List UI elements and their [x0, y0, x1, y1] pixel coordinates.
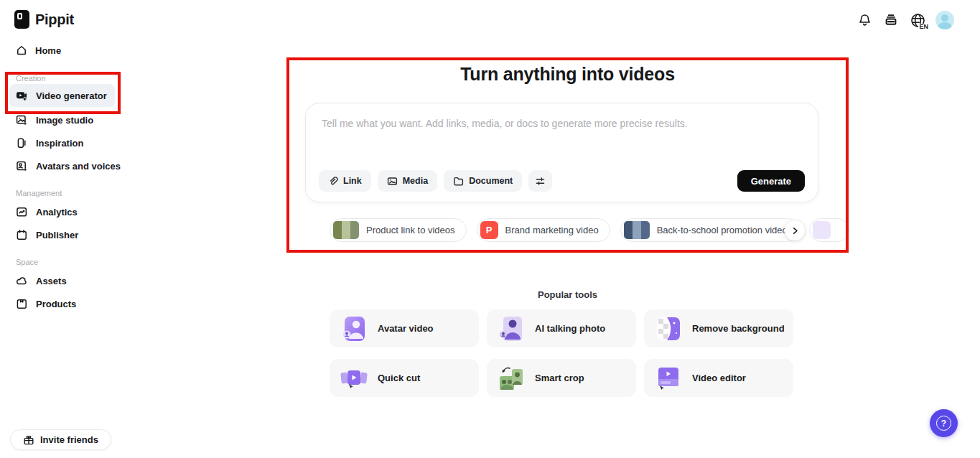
globe-icon[interactable]: EN — [909, 11, 926, 29]
gift-icon — [23, 434, 34, 446]
sidebar-item-publisher[interactable]: Publisher — [16, 229, 78, 241]
sidebar-item-image-studio[interactable]: Image studio — [16, 114, 93, 126]
smart-crop-icon — [498, 365, 525, 392]
remove-background-icon — [655, 315, 682, 342]
page-title: Turn anything into videos — [286, 64, 849, 85]
sidebar-item-inspiration[interactable]: Inspiration — [16, 137, 83, 149]
generate-button[interactable]: Generate — [737, 170, 805, 192]
tool-video-editor[interactable]: Video editor — [644, 359, 793, 397]
prompt-composer: Link Media Document Generate — [305, 103, 818, 202]
calendar-icon — [16, 229, 28, 241]
brand-p-icon: P — [480, 221, 498, 239]
sidebar-item-label: Analytics — [36, 207, 78, 218]
invite-friends-button[interactable]: Invite friends — [10, 429, 111, 450]
suggestion-chips: Product link to videos P Brand marketing… — [330, 218, 849, 242]
chip-back-to-school-promotion-video[interactable]: Back-to-school promotion video — [620, 218, 799, 242]
chip-thumbnail — [813, 221, 831, 239]
sidebar-item-video-generator[interactable]: Video generator — [16, 90, 107, 102]
video-editor-icon — [655, 365, 682, 392]
language-label: EN — [918, 24, 928, 30]
chips-next-button[interactable] — [785, 220, 805, 240]
pippit-logo-icon — [14, 10, 29, 29]
sidebar-item-analytics[interactable]: Analytics — [16, 206, 78, 218]
tool-avatar-video[interactable]: Avatar video — [330, 309, 479, 347]
chevron-right-icon — [790, 226, 800, 235]
chip-thumbnail — [624, 221, 650, 239]
card-stack-icon[interactable] — [882, 11, 900, 29]
sidebar-item-label: Assets — [36, 276, 67, 286]
sidebar-item-label: Publisher — [36, 230, 78, 240]
question-mark-icon: ? — [936, 416, 951, 431]
sidebar-item-label: Video generator — [36, 90, 107, 101]
link-icon — [328, 176, 338, 186]
tool-ai-talking-photo[interactable]: AI talking photo — [487, 309, 636, 347]
home-icon — [16, 45, 27, 56]
tune-icon — [535, 176, 546, 187]
add-document-button[interactable]: Document — [444, 170, 522, 192]
app-logo[interactable]: Pippit — [14, 10, 74, 29]
chip-partial[interactable] — [809, 218, 849, 242]
user-avatar[interactable] — [935, 11, 954, 29]
avatar-silhouette — [941, 14, 948, 22]
device-icon — [16, 137, 28, 149]
image-plus-icon — [16, 114, 28, 126]
prompt-input[interactable] — [320, 116, 797, 162]
help-button[interactable]: ? — [930, 409, 958, 437]
media-icon — [387, 176, 398, 187]
tool-quick-cut[interactable]: Quick cut — [330, 359, 479, 397]
section-label-creation: Creation — [16, 74, 46, 83]
composer-toolbar: Link Media Document Generate — [319, 170, 805, 192]
quick-cut-icon — [340, 365, 368, 392]
sidebar-item-label: Home — [35, 45, 61, 56]
person-card-plus-icon — [16, 160, 28, 172]
invite-friends-label: Invite friends — [40, 434, 98, 445]
avatar-video-icon — [340, 315, 368, 342]
add-media-button[interactable]: Media — [378, 170, 437, 192]
chip-product-link-to-videos[interactable]: Product link to videos — [330, 218, 467, 242]
section-label-space: Space — [16, 258, 38, 266]
sidebar-item-assets[interactable]: Assets — [16, 275, 67, 287]
sidebar-item-products[interactable]: Products — [16, 298, 76, 310]
header-actions: EN — [856, 11, 954, 29]
popular-tools-title: Popular tools — [286, 289, 849, 300]
chip-thumbnail — [333, 221, 359, 239]
folder-icon — [453, 176, 464, 187]
chip-brand-marketing-video[interactable]: P Brand marketing video — [477, 218, 610, 242]
sidebar-item-label: Products — [36, 299, 76, 309]
ai-talking-photo-icon — [498, 315, 525, 342]
chart-icon — [16, 206, 28, 218]
tool-remove-background[interactable]: Remove background — [644, 309, 793, 347]
sidebar-item-label: Inspiration — [36, 138, 83, 149]
sidebar-item-avatars-and-voices[interactable]: Avatars and voices — [16, 160, 121, 172]
cloud-icon — [16, 275, 28, 287]
generation-settings-button[interactable] — [528, 170, 552, 192]
sidebar-item-label: Image studio — [36, 115, 93, 126]
add-link-button[interactable]: Link — [319, 170, 371, 192]
brand-name: Pippit — [35, 11, 74, 28]
section-label-management: Management — [16, 189, 62, 197]
video-plus-icon — [16, 90, 28, 102]
popular-tools-grid: Avatar video AI talking photo — [330, 309, 793, 397]
bell-icon[interactable] — [856, 11, 873, 29]
tool-smart-crop[interactable]: Smart crop — [487, 359, 636, 397]
sidebar-item-home[interactable]: Home — [16, 45, 61, 56]
sidebar-item-label: Avatars and voices — [36, 161, 121, 172]
box-icon — [16, 298, 28, 310]
